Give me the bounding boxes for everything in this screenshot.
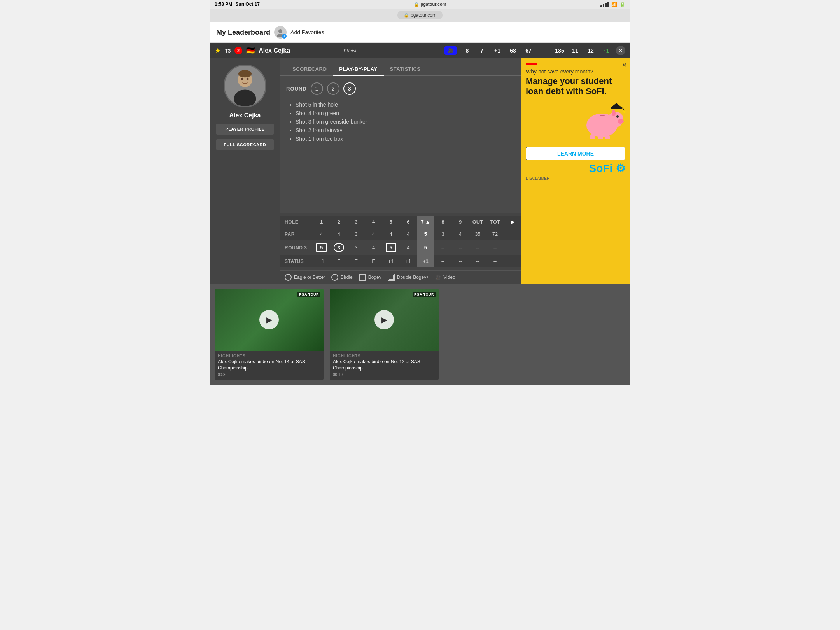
video-bg-1: ▶ PGA TOUR (215, 289, 324, 351)
r3-hole-2: 3 (330, 240, 348, 255)
player-profile-button[interactable]: PLAYER PROFILE (216, 124, 274, 135)
separator-stat: -- (538, 47, 550, 54)
holes-stat: 7 (476, 47, 488, 54)
par-4: 4 (365, 228, 382, 240)
hole-7-header: 7 ▲ (417, 216, 434, 228)
list-item: Shot 5 in the hole (296, 100, 515, 109)
move-up-stat: ↑1 (600, 48, 612, 54)
status-tot: -- (486, 255, 504, 267)
status-3: E (348, 255, 365, 267)
play-button-1[interactable]: ▶ (259, 310, 279, 329)
next-hole-button[interactable]: ▶ (504, 216, 521, 228)
video-section: ▶ PGA TOUR HIGHLIGHTS Alex Cejka makes b… (210, 284, 630, 385)
close-player-button[interactable]: ✕ (616, 46, 625, 55)
round3-row: ROUND 3 5 3 3 4 5 4 5 -- -- -- -- (280, 240, 521, 255)
hole-3: 3 (348, 216, 365, 228)
par-3: 3 (348, 228, 365, 240)
favorite-star[interactable]: ★ (215, 46, 221, 55)
r3-hole-8: -- (434, 240, 452, 255)
ad-cta-button[interactable]: LEARN MORE (526, 147, 625, 160)
ad-top-bar (526, 63, 537, 65)
svg-line-19 (622, 108, 625, 111)
bogey-icon (359, 274, 366, 281)
avatar[interactable]: + (274, 26, 287, 38)
tab-play-by-play[interactable]: PLAY-BY-PLAY (333, 63, 383, 76)
tab-statistics[interactable]: STATISTICS (384, 63, 427, 76)
video-label-1: HIGHLIGHTS (218, 354, 320, 358)
par-8: 3 (434, 228, 452, 240)
r3-hole-5: 5 (382, 240, 400, 255)
video-title-2: Alex Cejka makes birdie on No. 12 at SAS… (333, 359, 436, 371)
dbl-bogey-legend: Double Bogey+ (388, 274, 429, 281)
r3-tot: -- (486, 240, 504, 255)
video-label-2: HIGHLIGHTS (333, 354, 436, 358)
hole-8: 8 (434, 216, 452, 228)
r3-hole-9: -- (452, 240, 469, 255)
time: 1:58 PM (215, 2, 232, 7)
add-favorites-label[interactable]: Add Favorites (290, 29, 324, 35)
play-button-2[interactable]: ▶ (374, 310, 394, 329)
r3-hole-7: 5 (417, 240, 434, 255)
status-6: +1 (399, 255, 417, 267)
stat2: 12 (585, 47, 597, 54)
video-thumb-2[interactable]: ▶ PGA TOUR HIGHLIGHTS Alex Cejka makes b… (330, 289, 439, 380)
video-title-1: Alex Cejka makes birdie on No. 14 at SAS… (218, 359, 320, 371)
signal-icon (600, 2, 609, 7)
browser-bar: 🔒 pgatour.com (210, 9, 630, 22)
svg-point-7 (238, 70, 252, 77)
status-bar: 1:58 PM Sun Oct 17 🔒 pgatour.com 📶 🔋 (210, 0, 630, 9)
hole-header: HOLE (280, 216, 313, 228)
video-thumb-1[interactable]: ▶ PGA TOUR HIGHLIGHTS Alex Cejka makes b… (215, 289, 324, 380)
dbl-bogey-icon (388, 274, 395, 281)
round-3-button[interactable]: 3 (343, 82, 356, 95)
penalty-badge: 2 (234, 47, 242, 54)
video-icon: 🎥 (448, 48, 453, 53)
svg-rect-15 (598, 135, 603, 139)
round2-stat: 67 (523, 47, 534, 54)
ad-close-button[interactable]: ✕ (622, 61, 627, 69)
svg-point-5 (242, 78, 244, 80)
round-selector: ROUND 1 2 3 (286, 82, 515, 95)
par-5: 4 (382, 228, 400, 240)
status-4: E (365, 255, 382, 267)
ad-sofi-logo: SoFi ⚙ (526, 162, 625, 175)
list-item: Shot 4 from green (296, 109, 515, 117)
legend: Eagle or Better Birdie Bogey Double Boge… (280, 270, 521, 284)
ad-question: Why not save every month? (526, 68, 625, 75)
score-table: HOLE 1 2 3 4 5 6 7 ▲ 8 9 OUT TOT ▶ (280, 216, 521, 267)
svg-point-0 (278, 29, 282, 33)
r3-out: -- (469, 240, 486, 255)
brand-logo: Titleist (343, 47, 356, 54)
status-5: +1 (382, 255, 400, 267)
ad-disclaimer[interactable]: DISCLAIMER (526, 176, 625, 180)
lock-icon: 🔒 (414, 2, 419, 7)
status-label: STATUS (280, 255, 313, 267)
status-8: -- (434, 255, 452, 267)
player-photo (225, 65, 265, 107)
birdie-icon (331, 274, 338, 281)
svg-point-6 (247, 78, 249, 80)
list-item: Shot 2 from fairway (296, 126, 515, 135)
r3-hole-4: 4 (365, 240, 382, 255)
status-out: -- (469, 255, 486, 267)
par-6: 4 (399, 228, 417, 240)
round-1-button[interactable]: 1 (311, 82, 323, 95)
right-panel: SCORECARD PLAY-BY-PLAY STATISTICS ROUND … (280, 58, 521, 284)
full-scorecard-button[interactable]: FULL SCORECARD (216, 139, 274, 150)
tab-scorecard[interactable]: SCORECARD (286, 63, 333, 76)
birdie-legend: Birdie (331, 274, 353, 281)
video-duration-1: 00:30 (218, 373, 320, 377)
score-table-container: HOLE 1 2 3 4 5 6 7 ▲ 8 9 OUT TOT ▶ (280, 213, 521, 270)
pga-badge-2: PGA TOUR (413, 292, 436, 297)
page-title: My Leaderboard (216, 28, 270, 37)
round-2-button[interactable]: 2 (327, 82, 340, 95)
hole-9: 9 (452, 216, 469, 228)
battery-icon: 🔋 (620, 2, 625, 7)
svg-rect-16 (605, 135, 610, 139)
url-bar[interactable]: 🔒 pgatour.com (397, 11, 443, 19)
video-button[interactable]: 🎥 (444, 46, 457, 55)
player-row: ★ T3 2 🇩🇪 Alex Cejka Titleist 🎥 -8 7 +1 … (210, 43, 630, 58)
main-content: Alex Cejka PLAYER PROFILE FULL SCORECARD… (210, 58, 630, 284)
r3-hole-6: 4 (399, 240, 417, 255)
eagle-icon (285, 274, 292, 281)
